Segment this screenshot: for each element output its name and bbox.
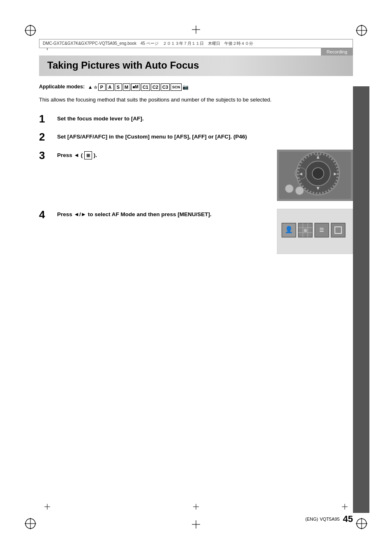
- reg-mark-tl: [25, 25, 36, 36]
- mode-a-icon: A: [106, 83, 114, 91]
- page-footer: (ENG) VQT5A95 45: [39, 514, 353, 524]
- mode-scene-icon: 📷: [182, 84, 189, 90]
- step-1: 1 Set the focus mode lever to [AF].: [39, 113, 353, 125]
- reg-mark-br: [356, 518, 367, 529]
- main-content: Recording Taking Pictures with Auto Focu…: [39, 55, 353, 513]
- page: DMC-GX7C&GX7K&GX7PPC-VQT5A95_eng.book 45…: [0, 0, 392, 554]
- file-info: DMC-GX7C&GX7K&GX7PPC-VQT5A95_eng.book 45…: [43, 41, 253, 46]
- step-1-text: Set the focus mode lever to [AF].: [57, 115, 353, 123]
- step-2-number: 2: [39, 131, 54, 143]
- svg-point-25: [312, 168, 324, 179]
- step-1-content: Set the focus mode lever to [AF].: [57, 113, 353, 123]
- page-title: Taking Pictures with Auto Focus: [47, 60, 345, 71]
- mode-c3-icon: C3: [161, 83, 170, 91]
- step-3-content: Press ◄ ( ⊞ ).: [57, 150, 269, 160]
- svg-text:👤: 👤: [285, 226, 293, 233]
- page-number-section: (ENG) VQT5A95 45: [305, 514, 353, 524]
- mode-ia-icon: ▲: [88, 84, 93, 90]
- step-3-number: 3: [39, 150, 54, 162]
- step-3: 3 Press ◄ ( ⊞ ).: [39, 150, 353, 202]
- cross-mark-inner-br: [342, 504, 348, 510]
- header-bar: DMC-GX7C&GX7K&GX7PPC-VQT5A95_eng.book 45…: [39, 39, 353, 48]
- applicable-modes-label: Applicable modes:: [39, 84, 85, 90]
- step-3-image: ▲ ▼ ◄ ► ISO: [277, 150, 353, 202]
- reg-mark-tr: [356, 25, 367, 36]
- page-number: 45: [343, 514, 353, 524]
- step-3-text: Press ◄ ( ⊞ ).: [57, 151, 269, 160]
- svg-text:ISO: ISO: [316, 154, 321, 157]
- svg-text:◄: ◄: [298, 171, 303, 177]
- svg-point-31: [285, 185, 293, 193]
- step-4-image: 👤 ⊞ ☰: [277, 209, 353, 255]
- svg-text:►: ►: [333, 171, 338, 177]
- footer-lang: (ENG): [305, 517, 318, 522]
- svg-rect-45: [331, 223, 345, 237]
- step-4-number: 4: [39, 209, 54, 221]
- mode-icons-container: ▲ ☆ P A S M ■M C1 C2 C3 SCN: [88, 83, 189, 91]
- section-label: Recording: [327, 49, 347, 54]
- step-2-content: Set [AFS/AFF/AFC] in the [Custom] menu t…: [57, 131, 353, 141]
- step-4-content: Press ◄/► to select AF Mode and then pre…: [57, 209, 269, 219]
- step-4-text: Press ◄/► to select AF Mode and then pre…: [57, 210, 269, 219]
- mode-c2-icon: C2: [151, 83, 160, 91]
- svg-text:☰: ☰: [319, 227, 324, 233]
- af-mode-svg: 👤 ⊞ ☰: [277, 209, 353, 254]
- title-section: Taking Pictures with Auto Focus: [39, 55, 353, 76]
- reg-mark-tc: [192, 25, 200, 34]
- reg-mark-bl: [25, 518, 36, 529]
- camera-dial-svg: ▲ ▼ ◄ ► ISO: [277, 150, 353, 201]
- mode-c1-icon: C1: [141, 83, 150, 91]
- cross-mark-inner-bl: [44, 504, 50, 510]
- mode-s-icon: S: [115, 83, 122, 91]
- step-4-left: 4 Press ◄/► to select AF Mode and then p…: [39, 209, 269, 221]
- step-1-number: 1: [39, 113, 54, 125]
- step-2: 2 Set [AFS/AFF/AFC] in the [Custom] menu…: [39, 131, 353, 143]
- recording-tab: Recording: [321, 48, 353, 55]
- step-3-icon: ⊞: [84, 151, 92, 160]
- step-3-left: 3 Press ◄ ( ⊞ ).: [39, 150, 269, 162]
- step-4: 4 Press ◄/► to select AF Mode and then p…: [39, 209, 353, 255]
- footer-product-code: VQT5A95: [320, 517, 339, 522]
- step-2-text: Set [AFS/AFF/AFC] in the [Custom] menu t…: [57, 133, 353, 141]
- svg-text:⊞: ⊞: [304, 228, 307, 233]
- mode-ia-plus-icon: ☆: [94, 85, 97, 90]
- sidebar-bar: [353, 86, 369, 513]
- description: This allows the focusing method that sui…: [39, 96, 353, 104]
- mode-scn-icon: SCN: [171, 83, 182, 91]
- mode-em-icon: ■M: [131, 83, 140, 91]
- svg-point-32: [295, 187, 304, 195]
- svg-text:▼: ▼: [316, 185, 321, 191]
- mode-p-icon: P: [98, 83, 106, 91]
- cross-mark-inner-bm: [193, 504, 199, 510]
- applicable-modes: Applicable modes: ▲ ☆ P A S M ■M C1 C2: [39, 83, 353, 91]
- mode-m-icon: M: [123, 83, 130, 91]
- steps-container: 1 Set the focus mode lever to [AF]. 2 Se…: [39, 113, 353, 262]
